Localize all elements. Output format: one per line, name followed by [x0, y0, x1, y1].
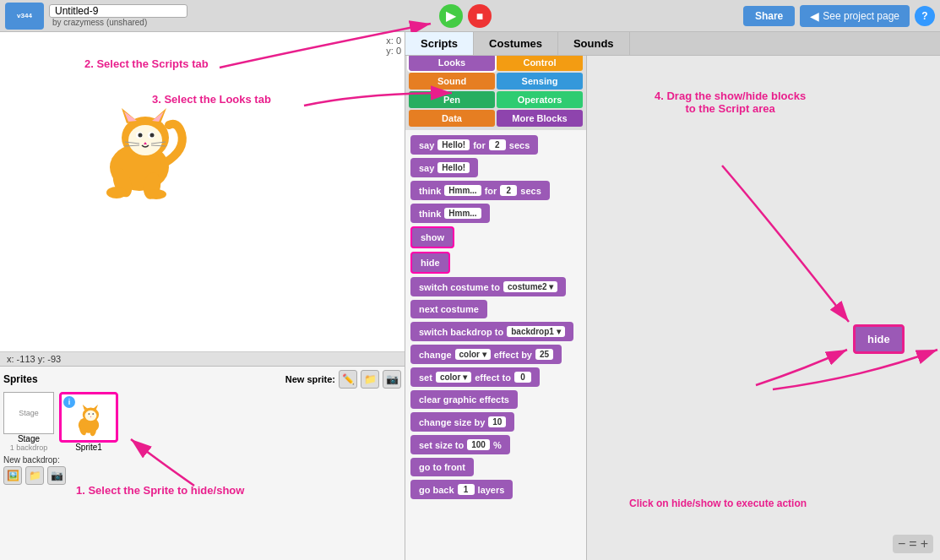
stage-label: Stage [3, 434, 54, 443]
block-say-hello[interactable]: say Hello! [410, 158, 478, 177]
script-area[interactable]: hide show − = + 4. Drag the show/hide bl… [587, 56, 940, 560]
tab-costumes[interactable]: Costumes [474, 32, 558, 55]
sprite1-label: Sprite1 [59, 443, 118, 452]
new-sprite-controls: New sprite: ✏️ 📁 📷 [285, 370, 401, 389]
block-change-color-effect[interactable]: change color ▾ effect by 25 [410, 345, 562, 364]
blocks-panel: Motion Events Looks Control Sound Sensin… [405, 32, 587, 560]
green-flag-button[interactable]: ▶ [439, 4, 463, 28]
block-next-costume[interactable]: next costume [410, 300, 487, 318]
block-say-hello-secs[interactable]: say Hello! for 2 secs [410, 135, 538, 155]
logo: v344 [5, 3, 44, 30]
stage-thumbnail[interactable]: Stage Stage 1 backdrop [3, 392, 54, 452]
block-switch-backdrop[interactable]: switch backdrop to backdrop1 ▾ [410, 322, 573, 341]
zoom-in-button[interactable]: + [921, 536, 928, 552]
step3-annotation: 3. Select the Looks tab [152, 93, 271, 106]
svg-point-19 [146, 189, 166, 199]
sprite-info-icon[interactable]: i [63, 396, 75, 408]
svg-point-9 [139, 133, 143, 138]
step4-annotation: 4. Drag the show/hide blocks to the Scri… [655, 90, 806, 115]
block-go-back[interactable]: go back 1 layers [410, 480, 513, 499]
cat-more-button[interactable]: More Blocks [497, 110, 583, 127]
block-clear-graphic-effects[interactable]: clear graphic effects [410, 390, 518, 409]
new-sprite-camera-button[interactable]: 📷 [383, 370, 401, 389]
stage-coords-bar: x: -113 y: -93 [0, 351, 405, 366]
tab-sounds[interactable]: Sounds [558, 32, 630, 55]
new-backdrop-section: New backdrop: 🖼️ 📁 📷 [3, 455, 401, 485]
stage-coords-text: x: -113 y: -93 [7, 354, 61, 364]
svg-point-6 [128, 125, 162, 155]
svg-marker-22 [83, 404, 88, 409]
cat-operators-button[interactable]: Operators [497, 91, 583, 108]
sprite1-thumbnail[interactable]: i [59, 392, 118, 452]
project-subtitle: by crazymess (unshared) [52, 18, 187, 27]
zoom-controls: − = + [893, 535, 933, 553]
sprites-title: Sprites [3, 373, 38, 385]
stage-area: x: 0 y: 0 x: -113 y: -93 Sprites New spr… [0, 32, 405, 560]
cat-sensing-button[interactable]: Sensing [497, 73, 583, 90]
new-sprite-paint-button[interactable]: ✏️ [339, 370, 357, 389]
stage-canvas: x: 0 y: 0 [0, 32, 405, 351]
see-project-label: See project page [823, 10, 899, 22]
script-arrows-svg [587, 56, 940, 560]
zoom-reset-button[interactable]: = [909, 536, 916, 552]
sprites-panel: Sprites New sprite: ✏️ 📁 📷 Stage Sta [0, 366, 405, 560]
help-button[interactable]: ? [915, 6, 935, 26]
stop-button[interactable]: ■ [468, 4, 492, 28]
block-hide[interactable]: hide [410, 252, 450, 274]
click-note-annotation: Click on hide/show to execute action [629, 497, 807, 509]
tabs-row: Scripts Costumes Sounds [405, 32, 940, 56]
script-hide-block[interactable]: hide [853, 324, 905, 354]
main-layout: x: 0 y: 0 x: -113 y: -93 Sprites New spr… [0, 32, 940, 560]
stage-cat-sprite [84, 91, 194, 201]
cat-pen-button[interactable]: Pen [409, 91, 495, 108]
stage-thumb-box[interactable]: Stage [3, 392, 54, 434]
new-backdrop-paint-button[interactable]: 🖼️ [3, 466, 22, 485]
svg-point-27 [88, 413, 90, 415]
blocks-list: say Hello! for 2 secs say Hello! think H… [405, 130, 586, 560]
project-title-input[interactable] [49, 4, 187, 18]
new-backdrop-upload-button[interactable]: 📁 [25, 466, 44, 485]
svg-point-28 [92, 413, 94, 415]
version-label: v344 [17, 12, 32, 19]
block-switch-costume[interactable]: switch costume to costume2 ▾ [410, 277, 566, 296]
stage-coordinates: x: 0 y: 0 [386, 35, 401, 56]
new-backdrop-camera-button[interactable]: 📷 [47, 466, 66, 485]
see-project-button[interactable]: ◀ See project page [800, 5, 910, 27]
step1-annotation: 1. Select the Sprite to hide/show [76, 484, 244, 497]
cat-control-button[interactable]: Control [497, 54, 583, 71]
sprite1-thumb-box[interactable]: i [59, 392, 118, 443]
zoom-out-button[interactable]: − [898, 536, 905, 552]
block-change-size[interactable]: change size by 10 [410, 412, 514, 432]
step2-annotation: 2. Select the Scripts tab [84, 57, 209, 70]
new-backdrop-label: New backdrop: [3, 455, 401, 465]
block-think-hmm-secs[interactable]: think Hmm... for 2 secs [410, 181, 550, 200]
svg-point-18 [106, 187, 127, 198]
block-think-hmm[interactable]: think Hmm... [410, 204, 490, 223]
cat-looks-button[interactable]: Looks [409, 54, 495, 71]
svg-point-10 [150, 133, 155, 138]
stage-sub-label: 1 backdrop [3, 443, 54, 452]
share-button[interactable]: Share [743, 6, 795, 26]
header: v344 by crazymess (unshared) ▶ ■ Share ◀… [0, 0, 940, 32]
block-show[interactable]: show [410, 226, 454, 248]
cat-data-button[interactable]: Data [409, 110, 495, 127]
block-set-color-effect[interactable]: set color ▾ effect to 0 [410, 367, 540, 387]
sprites-row: Stage Stage 1 backdrop i [3, 392, 401, 452]
cat-sound-button[interactable]: Sound [409, 73, 495, 90]
svg-marker-23 [93, 404, 98, 409]
block-set-size[interactable]: set size to 100 % [410, 435, 510, 454]
new-sprite-label: New sprite: [285, 374, 335, 384]
block-go-to-front[interactable]: go to front [410, 458, 474, 476]
svg-point-24 [85, 410, 97, 420]
new-sprite-upload-button[interactable]: 📁 [361, 370, 379, 389]
tab-scripts[interactable]: Scripts [405, 32, 474, 55]
sprites-header: Sprites New sprite: ✏️ 📁 📷 [3, 370, 401, 389]
